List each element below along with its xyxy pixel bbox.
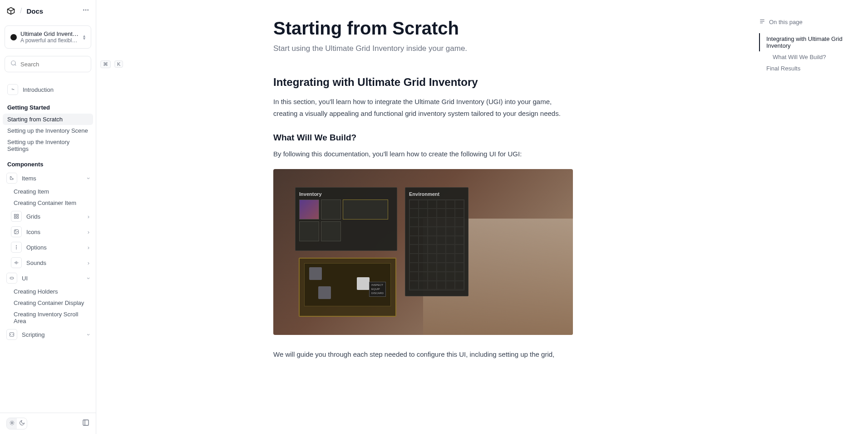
chevron-right-icon: ›	[88, 229, 89, 235]
toc-final-results[interactable]: Final Results	[759, 63, 859, 74]
svg-rect-8	[17, 217, 19, 219]
svg-point-3	[11, 61, 15, 65]
table-of-contents: On this page Integrating with Ultimate G…	[750, 0, 868, 434]
svg-point-10	[15, 230, 16, 231]
environment-panel: Environment	[405, 187, 469, 296]
nav-icons[interactable]: Icons ›	[3, 224, 93, 239]
nav-creating-container-display[interactable]: Creating Container Display	[3, 297, 93, 309]
theme-dark-button[interactable]	[17, 418, 27, 429]
theme-light-button[interactable]	[7, 418, 17, 429]
nav-items[interactable]: Items ›	[3, 170, 93, 186]
inventory-panel: Inventory	[295, 187, 397, 251]
preview-screenshot: Inventory Environment	[273, 169, 573, 335]
search-icon	[10, 60, 17, 68]
paragraph-build: By following this documentation, you'll …	[273, 148, 573, 160]
product-selector[interactable]: Ultimate Grid Inventory A powerful and f…	[5, 25, 91, 49]
more-icon[interactable]	[82, 6, 89, 15]
heading-integrating: Integrating with Ultimate Grid Inventory	[273, 76, 573, 89]
svg-line-4	[15, 65, 16, 65]
options-icon	[11, 242, 22, 253]
inv-cell	[321, 200, 341, 219]
nav-creating-container-item[interactable]: Creating Container Item	[3, 197, 93, 209]
context-menu: INSPECT EQUIP DISCARD	[369, 282, 386, 297]
nav-options[interactable]: Options ›	[3, 239, 93, 255]
panel-toggle-button[interactable]	[82, 419, 89, 428]
chevron-down-icon: ›	[85, 177, 92, 179]
svg-point-11	[16, 245, 17, 246]
grid-icon	[11, 211, 22, 222]
heading-what-build: What Will We Build?	[273, 133, 573, 143]
svg-rect-5	[15, 215, 16, 216]
svg-point-16	[11, 422, 13, 424]
svg-point-1	[85, 10, 87, 11]
inv-cell	[299, 200, 319, 219]
page-subtitle: Start using the Ultimate Grid Inventory …	[273, 44, 573, 53]
nav-setup-settings[interactable]: Setting up the Inventory Settings	[3, 136, 93, 155]
inventory-label: Inventory	[299, 191, 393, 197]
chevron-up-down-icon: ▴▾	[83, 35, 85, 40]
sidebar-footer	[0, 413, 96, 434]
svg-rect-6	[17, 215, 19, 216]
nav-introduction[interactable]: Introduction	[3, 81, 93, 98]
nav-creating-holders[interactable]: Creating Holders	[3, 286, 93, 297]
paragraph-guide: We will guide you through each step need…	[273, 349, 573, 360]
moon-icon	[19, 419, 25, 428]
sidebar-nav: Introduction Getting Started Starting fr…	[0, 76, 96, 413]
sidebar-header: / Docs	[0, 0, 96, 22]
svg-rect-14	[10, 277, 14, 279]
search-box[interactable]: ⌘ K	[5, 56, 91, 72]
main-content: Starting from Scratch Start using the Ul…	[96, 0, 868, 434]
chest-panel: INSPECT EQUIP DISCARD	[299, 258, 396, 317]
nav-scripting[interactable]: Scripting ›	[3, 327, 93, 342]
svg-point-0	[83, 10, 84, 11]
nav-setup-scene[interactable]: Setting up the Inventory Scene	[3, 125, 93, 136]
search-input[interactable]	[20, 61, 97, 68]
nav-sounds[interactable]: Sounds ›	[3, 255, 93, 270]
chest-item	[357, 277, 370, 290]
chevron-right-icon: ›	[88, 259, 89, 266]
sound-icon	[11, 257, 22, 268]
chevron-down-icon: ›	[85, 334, 92, 335]
svg-rect-17	[83, 420, 89, 425]
chevron-right-icon: ›	[88, 244, 89, 251]
puzzle-icon	[6, 173, 17, 184]
page-title: Starting from Scratch	[273, 18, 573, 39]
paragraph-intro: In this section, you'll learn how to int…	[273, 96, 573, 119]
svg-rect-7	[15, 217, 16, 219]
toc-what-build[interactable]: What Will We Build?	[759, 51, 859, 63]
slash-separator: /	[20, 7, 22, 15]
section-getting-started: Getting Started	[3, 98, 93, 114]
toc-label: On this page	[769, 19, 803, 25]
chest-item	[318, 286, 331, 299]
nav-starting-from-scratch[interactable]: Starting from Scratch	[3, 114, 93, 125]
product-dot-icon	[10, 34, 17, 40]
svg-point-12	[16, 247, 17, 248]
section-components: Components	[3, 155, 93, 170]
article: Starting from Scratch Start using the Ul…	[246, 0, 600, 434]
sidebar: / Docs Ultimate Grid Inventory A powerfu…	[0, 0, 96, 434]
toc-integrating[interactable]: Integrating with Ultimate Grid Inventory	[759, 33, 859, 51]
panel-icon	[82, 420, 89, 428]
svg-point-2	[87, 10, 89, 11]
theme-toggle	[6, 418, 27, 429]
code-icon	[6, 329, 17, 340]
cube-logo-icon[interactable]	[6, 6, 15, 15]
product-description: A powerful and flexible ...	[20, 37, 79, 44]
nav-ui[interactable]: UI ›	[3, 270, 93, 286]
wave-icon	[7, 84, 18, 95]
nav-creating-item[interactable]: Creating Item	[3, 186, 93, 197]
inv-cell	[321, 221, 341, 241]
chevron-right-icon: ›	[88, 213, 89, 220]
svg-point-13	[16, 249, 17, 249]
ui-icon	[6, 273, 17, 284]
nav-grids[interactable]: Grids ›	[3, 209, 93, 224]
toc-header: On this page	[759, 18, 859, 26]
inv-cell	[343, 200, 388, 219]
list-icon	[759, 18, 765, 26]
sun-icon	[9, 419, 15, 428]
docs-title[interactable]: Docs	[26, 7, 43, 15]
nav-creating-inventory-scroll[interactable]: Creating Inventory Scroll Area	[3, 309, 93, 327]
product-name: Ultimate Grid Inventory	[20, 30, 79, 37]
inv-cell	[299, 221, 319, 241]
chevron-down-icon: ›	[85, 277, 92, 279]
